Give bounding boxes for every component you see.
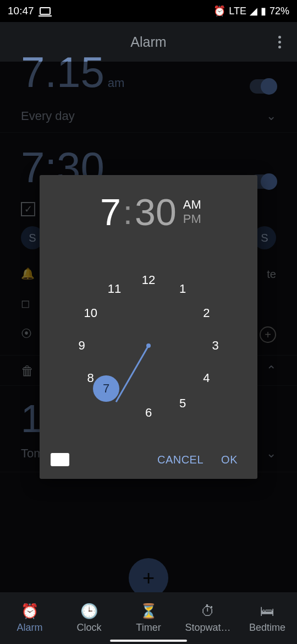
nav-timer[interactable]: ⏳ Timer: [119, 592, 178, 644]
clock-num-1[interactable]: 1: [179, 282, 186, 296]
clock-num-9[interactable]: 9: [78, 339, 85, 353]
clock-num-6[interactable]: 6: [145, 406, 152, 420]
nav-alarm[interactable]: ⏰ Alarm: [0, 592, 59, 644]
nav-clock[interactable]: 🕒 Clock: [59, 592, 119, 644]
alarm-status-icon: ⏰: [213, 5, 226, 17]
nav-bedtime[interactable]: 🛏 Bedtime: [238, 592, 297, 644]
stopwatch-icon: ⏱: [201, 603, 215, 620]
battery-pct: 72%: [270, 6, 289, 17]
picker-hour[interactable]: 7: [100, 190, 121, 233]
battery-icon: ▮: [261, 5, 266, 17]
clock-num-5[interactable]: 5: [179, 396, 186, 411]
ok-button[interactable]: OK: [212, 448, 246, 472]
keyboard-icon[interactable]: [51, 453, 69, 466]
network-label: LTE: [229, 6, 246, 17]
clock-hand: [116, 345, 150, 402]
time-display: 7 : 30 AM PM: [100, 187, 277, 237]
clock-selected-hour[interactable]: 7: [93, 375, 119, 402]
clock-num-3[interactable]: 3: [212, 339, 218, 353]
picker-am[interactable]: AM: [183, 198, 201, 212]
clock-num-12[interactable]: 12: [142, 273, 155, 287]
overflow-menu-button[interactable]: [268, 31, 290, 53]
cast-icon: [40, 7, 51, 15]
bedtime-icon: 🛏: [260, 603, 274, 620]
picker-pm[interactable]: PM: [183, 212, 201, 226]
alarm-icon: ⏰: [21, 603, 38, 620]
clock-num-2[interactable]: 2: [203, 306, 210, 320]
clock-num-11[interactable]: 11: [108, 282, 121, 296]
status-time: 10:47: [8, 5, 34, 17]
picker-minute[interactable]: 30: [135, 190, 177, 233]
clock-num-10[interactable]: 10: [84, 306, 97, 320]
time-picker-dialog: 7 : 30 AM PM 7 12 1 2 3 4 5 6 8 9 10 11 …: [40, 175, 257, 479]
cancel-button[interactable]: CANCEL: [148, 448, 212, 472]
clock-num-8[interactable]: 8: [87, 371, 94, 385]
clock-num-4[interactable]: 4: [203, 371, 210, 385]
home-indicator[interactable]: [110, 640, 187, 642]
status-bar: 10:47 ⏰ LTE ◢ ▮ 72%: [0, 0, 297, 22]
nav-stopwatch[interactable]: ⏱ Stopwat…: [178, 592, 238, 644]
clock-icon: 🕒: [80, 603, 98, 620]
signal-icon: ◢: [250, 5, 257, 17]
timer-icon: ⏳: [140, 603, 157, 620]
page-title: Alarm: [130, 34, 166, 50]
clock-face[interactable]: 7 12 1 2 3 4 5 6 8 9 10 11: [74, 271, 223, 420]
bottom-nav: ⏰ Alarm 🕒 Clock ⏳ Timer ⏱ Stopwat… 🛏 Bed…: [0, 592, 297, 644]
